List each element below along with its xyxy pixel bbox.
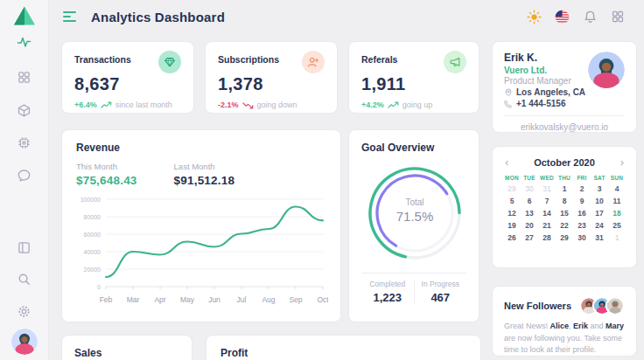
calendar-day[interactable]: 10 <box>591 197 608 205</box>
location-pin-icon <box>504 88 513 97</box>
app-logo[interactable] <box>0 5 48 26</box>
calendar-day[interactable]: 4 <box>608 184 626 193</box>
gear-icon <box>17 304 32 319</box>
sidebar <box>0 0 49 360</box>
calendar-day[interactable]: 5 <box>503 197 521 205</box>
calendar-next-button[interactable]: › <box>619 156 626 168</box>
completed-value: 1,223 <box>361 291 414 304</box>
subscriptions-card: Subscriptions 1,378 -2.1% going down <box>205 41 338 114</box>
revenue-title: Revenue <box>76 142 326 154</box>
calendar-day[interactable]: 31 <box>538 184 556 193</box>
this-month-block: This Month $75,648.43 <box>76 162 137 187</box>
calendar-day[interactable]: 11 <box>608 197 626 205</box>
sidebar-item-components[interactable] <box>0 103 48 118</box>
followers-avatar-group[interactable] <box>579 296 625 315</box>
svg-text:Jun: Jun <box>208 295 220 304</box>
activity-pulse-icon <box>17 35 32 49</box>
revenue-card: Revenue This Month $75,648.43 Last Month… <box>61 129 341 322</box>
calendar-month-label: October 2020 <box>534 157 595 168</box>
profile-info: Erik K. Vuero Ltd. Product Manager Los A… <box>504 52 585 108</box>
goal-inprogress-block: In Progress 467 <box>414 280 467 304</box>
subscriptions-value: 1,378 <box>218 74 325 94</box>
sidebar-item-search[interactable] <box>0 272 48 287</box>
calendar-day[interactable]: 27 <box>521 233 538 242</box>
calendar-day[interactable]: 30 <box>573 233 591 242</box>
sidebar-item-dashboards[interactable] <box>0 70 48 85</box>
calendar-day[interactable]: 6 <box>521 197 538 205</box>
calendar-day[interactable]: 2 <box>573 184 591 193</box>
sidebar-item-settings[interactable] <box>0 304 48 319</box>
svg-text:Sep: Sep <box>289 295 302 304</box>
calendar-day[interactable]: 17 <box>591 209 608 218</box>
theme-toggle-button[interactable] <box>527 10 542 24</box>
sidebar-item-elements[interactable] <box>0 135 48 150</box>
calendar-day[interactable]: 15 <box>556 209 573 218</box>
profile-email[interactable]: erikkovalsky@vuero.io <box>504 122 625 132</box>
followers-title: New Followers <box>504 301 571 311</box>
profile-phone: +1 444-5156 <box>516 99 565 108</box>
calendar-day[interactable]: 26 <box>503 233 521 242</box>
trend-down-icon <box>242 101 254 109</box>
calendar-day[interactable]: 24 <box>591 221 608 230</box>
calendar-day[interactable]: 3 <box>591 184 608 193</box>
calendar-day[interactable]: 1 <box>556 184 573 193</box>
calendar-day[interactable]: 30 <box>521 184 538 193</box>
calendar-day[interactable]: 20 <box>521 221 538 230</box>
megaphone-icon <box>449 56 461 68</box>
profile-avatar[interactable] <box>588 52 625 88</box>
sidebar-item-messages[interactable] <box>0 168 48 183</box>
calendar-day[interactable]: 28 <box>538 233 556 242</box>
calendar-day[interactable]: 18 <box>608 209 626 218</box>
calendar-prev-button[interactable]: ‹ <box>503 156 510 168</box>
calendar-day[interactable]: 12 <box>503 209 521 218</box>
profile-company[interactable]: Vuero Ltd. <box>504 66 585 75</box>
calendar-day[interactable]: 29 <box>556 233 573 242</box>
calendar-day[interactable]: 13 <box>521 209 538 218</box>
calendar-day[interactable]: 23 <box>573 221 591 230</box>
sidebar-user-avatar[interactable] <box>0 329 48 355</box>
sidebar-item-activity[interactable] <box>0 35 48 49</box>
calendar-day[interactable]: 14 <box>538 209 556 218</box>
svg-text:Jul: Jul <box>237 295 247 304</box>
referals-note: going up <box>402 100 433 109</box>
profit-title: Profit <box>220 347 466 359</box>
calendar-day[interactable]: 22 <box>556 221 573 230</box>
gem-icon <box>164 56 176 68</box>
language-selector-button[interactable] <box>555 10 570 24</box>
calendar-day[interactable]: 21 <box>538 221 556 230</box>
this-month-value: $75,648.43 <box>76 174 137 187</box>
calendar-dow-label: SAT <box>591 175 608 181</box>
calendar-day[interactable]: 9 <box>573 197 591 205</box>
calendar-dow-label: MON <box>503 175 521 181</box>
svg-text:Feb: Feb <box>100 295 113 304</box>
menu-burger-button[interactable] <box>63 11 76 22</box>
svg-text:60000: 60000 <box>84 232 102 238</box>
bell-icon <box>583 10 598 24</box>
calendar-day[interactable]: 7 <box>538 197 556 205</box>
calendar-dow-label: SUN <box>608 175 626 181</box>
svg-text:May: May <box>180 295 195 304</box>
calendar-day[interactable]: 25 <box>608 221 626 230</box>
transactions-trend: +6.4% <box>74 100 97 109</box>
notifications-button[interactable] <box>583 10 598 24</box>
referals-trend: +4.2% <box>361 100 384 109</box>
calendar-day[interactable]: 29 <box>503 184 521 193</box>
calendar-dow-label: THU <box>556 175 573 181</box>
calendar-day[interactable]: 8 <box>556 197 573 205</box>
svg-text:Aug: Aug <box>262 295 275 304</box>
sidebar-item-panels[interactable] <box>0 240 48 255</box>
goal-completed-block: Completed 1,223 <box>361 280 414 304</box>
calendar-day[interactable]: 16 <box>573 209 591 218</box>
us-flag-icon <box>555 10 570 24</box>
referals-label: Referals <box>361 52 397 65</box>
user-plus-icon <box>307 56 319 68</box>
cube-icon <box>17 103 32 118</box>
this-month-label: This Month <box>76 162 137 171</box>
calendar-day[interactable]: 19 <box>503 221 521 230</box>
calendar-day[interactable]: 31 <box>591 233 608 242</box>
last-month-label: Last Month <box>174 162 235 171</box>
calendar-day[interactable]: 1 <box>608 233 626 242</box>
apps-menu-button[interactable] <box>611 10 625 24</box>
panel-layout-icon <box>17 240 32 255</box>
subscriptions-note: going down <box>257 100 298 109</box>
